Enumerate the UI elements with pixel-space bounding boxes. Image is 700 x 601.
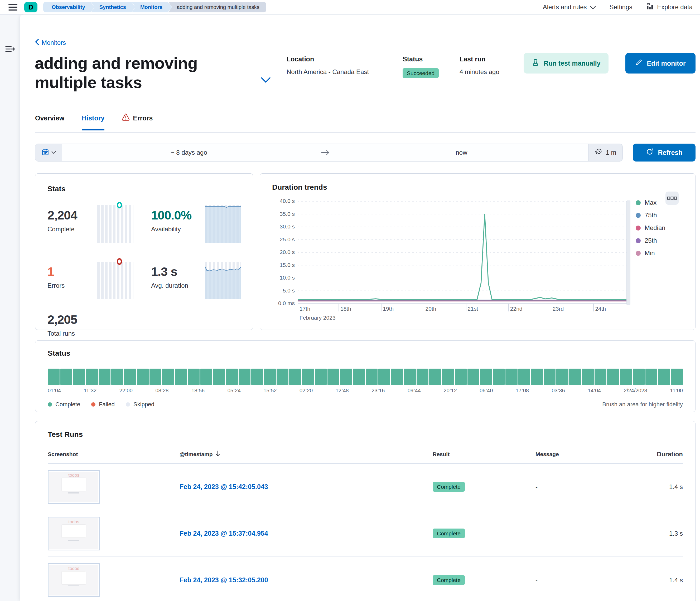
stat-total-runs-value: 2,205 [47,313,99,326]
chart-options-icon[interactable] [666,191,679,205]
scatter-dot-icon [117,202,122,208]
col-timestamp-sort[interactable]: @timestamp [179,450,433,458]
status-history-chart[interactable] [48,369,683,385]
status-block [429,369,441,385]
warning-icon [122,113,130,123]
status-time-label: 12:48 [335,388,349,394]
duration-trends-title: Duration trends [272,183,683,191]
legend-dot-icon [636,226,641,231]
status-time-label: 20:12 [444,388,457,394]
status-block [60,369,72,385]
refresh-interval-button[interactable]: 1 m [588,144,623,161]
chart-scroll-band[interactable] [626,201,630,305]
status-block [353,369,365,385]
edit-monitor-button[interactable]: Edit monitor [625,53,696,74]
range-start-button[interactable]: ~ 8 days ago [62,144,316,161]
thumbnail-line [68,585,79,586]
thumbnail-line [68,539,79,539]
breadcrumb-item[interactable]: Synthetics [91,2,135,12]
thumbnail-app-title: todos [49,565,98,571]
stat-total-runs-label: Total runs [47,330,99,337]
cell-message: - [535,576,652,584]
quick-select-button[interactable] [35,144,62,161]
explore-data-link[interactable]: Explore data [646,2,693,12]
meta-last-run: Last run 4 minutes ago [459,55,499,76]
range-end-button[interactable]: now [335,144,589,161]
status-time-label: 01:04 [48,388,61,394]
status-block [378,369,390,385]
menu-icon[interactable] [8,4,18,10]
test-run-link[interactable]: Feb 24, 2023 @ 15:42:05.043 [179,483,268,490]
tab-errors[interactable]: Errors [122,113,153,130]
screenshot-thumbnail[interactable]: todos [48,517,100,550]
status-time-label: 17:08 [516,388,529,394]
screenshot-thumbnail[interactable]: todos [48,470,100,504]
settings-link[interactable]: Settings [609,3,632,11]
duration-trends-chart[interactable] [298,201,630,304]
status-block [149,369,161,385]
pencil-icon [635,59,643,68]
status-legend-item-complete[interactable]: Complete [48,401,80,408]
x-axis-tick-mark [508,304,509,311]
table-header: Screenshot @timestamp Result Message Dur… [48,450,683,464]
expand-sidebar-icon[interactable] [5,45,15,54]
breadcrumb-item[interactable]: Observability [43,2,95,12]
col-duration: Duration [652,450,683,458]
tab-divider [35,132,696,133]
page-actions: Run test manually Edit monitor [524,53,696,74]
legend-item-25th[interactable]: 25th [636,237,666,244]
breadcrumb-current: adding and removing multiple tasks [168,2,266,12]
alerts-and-rules-menu[interactable]: Alerts and rules [543,3,596,11]
status-legend-item-failed[interactable]: Failed [91,401,115,408]
legend-item-min[interactable]: Min [636,250,666,257]
status-label: Status [403,55,439,63]
status-time-label: 22:00 [120,388,133,394]
chart-legend: Max75thMedian25thMin [636,199,666,262]
test-run-link[interactable]: Feb 24, 2023 @ 15:32:05.200 [179,576,268,583]
legend-item-median[interactable]: Median [636,224,666,232]
status-block [302,369,314,385]
y-axis-tick: 40.0 s [260,198,295,204]
status-block [111,369,123,385]
back-link-label: Monitors [42,39,66,46]
run-test-button[interactable]: Run test manually [524,53,608,74]
explore-data-icon [646,2,654,12]
legend-item-max[interactable]: Max [636,199,666,206]
y-axis-tick: 5.0 s [260,287,295,294]
back-to-monitors-link[interactable]: Monitors [35,39,66,47]
breadcrumb-item[interactable]: Monitors [132,2,172,12]
range-start-value: ~ 8 days ago [171,149,207,156]
tab-overview[interactable]: Overview [35,113,64,130]
deployment-badge[interactable]: D [24,2,38,12]
stat-avg-duration-label: Avg. duration [151,282,205,289]
col-timestamp-label: @timestamp [179,451,213,458]
breadcrumb: ObservabilitySyntheticsMonitorsadding an… [43,2,266,12]
screenshot-thumbnail[interactable]: todos [48,563,100,597]
last-run-label: Last run [459,55,499,63]
status-block [544,369,555,385]
status-block [455,369,467,385]
test-run-link[interactable]: Feb 24, 2023 @ 15:37:04.954 [179,530,268,537]
header-nav: Alerts and rules Settings Explore data [543,2,693,12]
legend-dot-icon [636,238,641,243]
legend-dot-icon [91,402,96,407]
legend-item-75th[interactable]: 75th [636,212,666,219]
status-legend-item-skipped[interactable]: Skipped [126,401,154,408]
thumbnail-card [62,572,86,584]
status-block [162,369,174,385]
legend-dot-icon [126,402,130,407]
refresh-button[interactable]: Refresh [633,143,696,161]
thumbnail-line [68,587,79,587]
title-dropdown-icon[interactable] [261,77,271,84]
status-time-label: 2/24/2023 [624,388,647,394]
availability-sparkline-chart [205,205,241,243]
thumbnail-card [62,478,86,491]
meta-location: Location North America - Canada East [286,55,369,76]
last-run-value: 4 minutes ago [459,68,499,76]
tab-history[interactable]: History [82,113,104,130]
status-block [73,369,85,385]
brush-hint: Brush an area for higher fidelity [602,401,683,408]
duration-trends-panel: Duration trends Max75thMedian25thMin 0.0… [260,173,696,330]
status-block [531,369,543,385]
status-time-label: 06:40 [480,388,493,394]
